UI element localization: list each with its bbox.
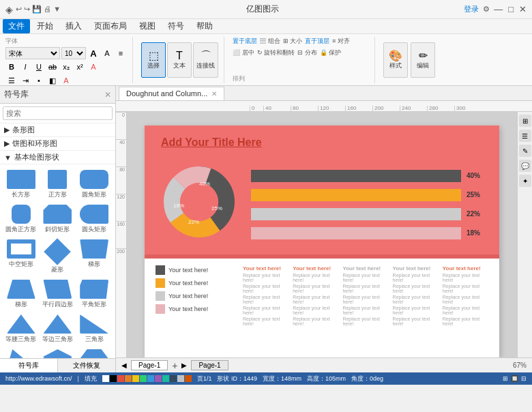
- align-left-btn[interactable]: ◧: [46, 74, 59, 87]
- canvas-viewport[interactable]: Add Your Title Here: [127, 112, 517, 357]
- menu-file[interactable]: 文件: [3, 19, 30, 33]
- doc-tab-close-btn[interactable]: ✕: [211, 90, 217, 98]
- send-back-btn[interactable]: 置于底层: [233, 37, 257, 46]
- shape-rounded-square[interactable]: 圆角正方形: [4, 203, 38, 235]
- shape-parallelogram[interactable]: 平行四边形: [41, 278, 75, 310]
- shape-rounded-rect[interactable]: 圆角矩形: [77, 168, 111, 201]
- menu-page-layout[interactable]: 页面布局: [89, 19, 132, 33]
- window-controls[interactable]: — □ ✕: [494, 4, 527, 14]
- search-input[interactable]: [3, 106, 113, 120]
- swatch-dark[interactable]: [170, 375, 177, 382]
- middle-btn[interactable]: ⬜ 居中: [233, 48, 254, 57]
- section-basic-shapes[interactable]: ▼ 基本绘图形状: [0, 151, 115, 164]
- font-name-select[interactable]: 宋体: [5, 47, 60, 59]
- font-align-btn[interactable]: ≡: [115, 47, 127, 59]
- swatch-teal[interactable]: [162, 375, 169, 382]
- shape-equilateral-triangle[interactable]: 等边三角形: [41, 313, 75, 345]
- edit-btn[interactable]: ✏ 编辑: [411, 42, 435, 78]
- list-btn[interactable]: ☰: [5, 74, 18, 87]
- bold-btn[interactable]: B: [5, 61, 18, 73]
- swatch-blue[interactable]: [147, 375, 154, 382]
- shape-trapezoid[interactable]: 梯形: [77, 238, 111, 276]
- prev-page-btn[interactable]: ◀: [121, 362, 127, 369]
- panel-icon-4[interactable]: 💬: [519, 160, 531, 172]
- rotate-btn[interactable]: ↻ 旋转和翻转: [257, 48, 295, 57]
- swatch-brown[interactable]: [185, 375, 192, 382]
- document-tab[interactable]: Doughnut and Column... ✕: [119, 87, 224, 100]
- swatch-yellow[interactable]: [132, 375, 139, 382]
- text-color2-btn[interactable]: A: [60, 74, 72, 87]
- bullet-btn[interactable]: •: [33, 74, 45, 87]
- shape-trapezoid2[interactable]: 梯形: [4, 278, 38, 310]
- status-icon-3[interactable]: ⊟: [521, 375, 527, 382]
- swatch-green[interactable]: [140, 375, 147, 382]
- shape-hexagon[interactable]: 六边形: [77, 348, 111, 358]
- swatch-red[interactable]: [117, 375, 124, 382]
- text-columns: Your text here! Replace your text here! …: [243, 265, 488, 326]
- text-tool-btn[interactable]: T 文本: [167, 42, 192, 78]
- maximize-button[interactable]: □: [508, 4, 514, 14]
- swatch-orange[interactable]: [125, 375, 132, 382]
- menu-help[interactable]: 帮助: [191, 19, 218, 33]
- section-pie-chart[interactable]: ▶ 饼图和环形图: [0, 137, 115, 151]
- strikethrough-btn[interactable]: ab: [46, 61, 59, 73]
- section-bar-chart[interactable]: ▶ 条形图: [0, 123, 115, 137]
- shape-square[interactable]: 正方形: [41, 168, 75, 201]
- shape-rectangle[interactable]: 长方形: [4, 168, 38, 201]
- swatch-purple[interactable]: [155, 375, 162, 382]
- shape-bullet-rect[interactable]: 圆头矩形: [77, 203, 111, 235]
- align-btn[interactable]: ≡ 对齐: [332, 37, 350, 46]
- select-tool-btn[interactable]: ⬚ 选择: [141, 42, 166, 78]
- status-icon-2[interactable]: 🔲: [511, 375, 518, 382]
- ruler-v-40: 40: [116, 139, 126, 166]
- panel-icon-3[interactable]: ✎: [519, 145, 531, 157]
- connector-tool-btn[interactable]: ⌒ 连接线: [193, 42, 218, 78]
- next-page-btn[interactable]: ▶: [181, 362, 187, 369]
- add-page-btn[interactable]: +: [172, 360, 177, 371]
- shape-hollow-rect[interactable]: 中空矩形: [4, 238, 38, 276]
- panel-icon-1[interactable]: ⊞: [519, 115, 531, 127]
- login-button[interactable]: 登录: [464, 4, 479, 14]
- toolbar-icons[interactable]: ↩ ↪ 💾 🖨 ▼: [16, 5, 61, 14]
- group-btn[interactable]: ▤ 组合: [260, 37, 280, 46]
- shape-right-triangle[interactable]: 三角形: [77, 313, 111, 345]
- menu-start[interactable]: 开始: [31, 19, 59, 33]
- font-grow-btn[interactable]: A: [87, 47, 100, 59]
- italic-btn[interactable]: I: [19, 61, 31, 73]
- bring-front-btn[interactable]: 直于顶层: [305, 37, 329, 46]
- indent-btn[interactable]: ⇥: [19, 74, 31, 87]
- swatch-white[interactable]: [102, 375, 109, 382]
- menu-insert[interactable]: 插入: [60, 19, 87, 33]
- swatch-black[interactable]: [110, 375, 117, 382]
- swatch-silver[interactable]: [177, 375, 184, 382]
- superscript-btn[interactable]: x²: [74, 61, 86, 73]
- symbol-library-tab[interactable]: 符号库: [0, 359, 58, 372]
- menu-symbol[interactable]: 符号: [162, 19, 190, 33]
- underline-btn[interactable]: U: [33, 61, 45, 73]
- subscript-btn[interactable]: x₂: [60, 61, 72, 73]
- shape-angled-triangle[interactable]: 带角度三...: [4, 348, 38, 358]
- size-btn[interactable]: ⊞ 大小: [283, 37, 303, 46]
- style-btn[interactable]: 🎨 样式: [383, 42, 408, 78]
- close-button[interactable]: ✕: [519, 4, 527, 14]
- font-size-select[interactable]: 10: [61, 47, 86, 59]
- distribute-btn[interactable]: ⊟ 分布: [297, 48, 317, 57]
- panel-icon-5[interactable]: ✦: [519, 175, 531, 187]
- panel-icon-2[interactable]: ☰: [519, 130, 531, 142]
- settings-icon[interactable]: ⚙: [483, 5, 490, 14]
- protect-btn[interactable]: 🔒 保护: [320, 48, 342, 57]
- minimize-button[interactable]: —: [494, 4, 503, 14]
- shape-pentagon[interactable]: 五边形: [41, 348, 75, 358]
- menu-view[interactable]: 视图: [134, 19, 161, 33]
- shape-isosceles-triangle[interactable]: 等腰三角形: [4, 313, 38, 345]
- panel-close-btn[interactable]: ✕: [104, 90, 111, 100]
- font-shrink-btn[interactable]: A: [101, 47, 113, 59]
- shape-beveled-rect[interactable]: 斜切矩形: [41, 203, 75, 235]
- status-icon-1[interactable]: ⊞: [503, 375, 508, 382]
- shape-diamond[interactable]: 菱形: [41, 238, 75, 276]
- font-color-btn[interactable]: A: [87, 61, 100, 73]
- file-restore-tab[interactable]: 文件恢复: [58, 359, 115, 372]
- page-1-tab[interactable]: Page-1: [131, 360, 168, 370]
- page-tab-1[interactable]: Page-1: [191, 360, 228, 370]
- shape-flat-rect[interactable]: 平角矩形: [77, 278, 111, 310]
